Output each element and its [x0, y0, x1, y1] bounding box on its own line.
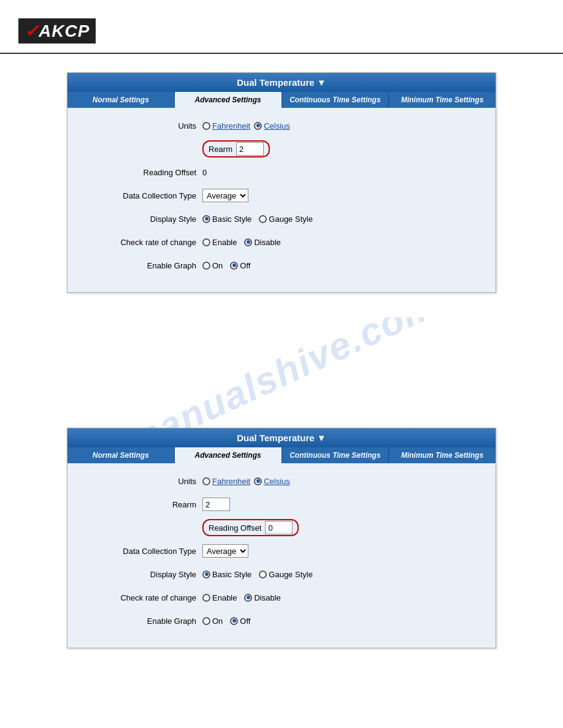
rearm-input-2[interactable] [202, 498, 230, 511]
panel-2: Dual Temperature ▼ Normal Settings Advan… [67, 428, 496, 648]
check-disable-label-2: Disable [254, 593, 280, 602]
graph-on-option-1[interactable]: On [202, 261, 223, 270]
graph-on-option-2[interactable]: On [202, 616, 223, 626]
gauge-style-radio-1[interactable] [259, 215, 267, 223]
check-rate-control-1: Enable Disable [202, 238, 483, 247]
enable-graph-control-2: On Off [202, 616, 483, 626]
enable-graph-control-1: On Off [202, 261, 483, 270]
reading-offset-text-2: Reading Offset [209, 523, 261, 533]
tab-normal-settings-1[interactable]: Normal Settings [67, 92, 175, 108]
units-celsius-option-2[interactable]: Celsius [254, 477, 290, 486]
tab-minimum-time-1[interactable]: Minimum Time Settings [389, 92, 496, 108]
tab-minimum-time-2[interactable]: Minimum Time Settings [389, 447, 496, 463]
gauge-style-radio-2[interactable] [259, 571, 267, 578]
fahrenheit-label-1[interactable]: Fahrenheit [212, 121, 250, 131]
display-style-label-2: Display Style [80, 570, 202, 579]
data-collection-control-2: Average [202, 544, 483, 558]
fahrenheit-label-2[interactable]: Fahrenheit [212, 477, 250, 486]
gauge-style-option-1[interactable]: Gauge Style [259, 214, 313, 224]
units-control-1: Fahrenheit Celsius [202, 121, 483, 131]
enable-graph-row-1: Enable Graph On Off [80, 257, 483, 274]
logo-box: ✓AKCP [18, 18, 96, 44]
reading-offset-value-1: 0 [202, 168, 207, 177]
check-enable-option-1[interactable]: Enable [202, 238, 237, 247]
rearm-control-1: Rearm [202, 140, 483, 157]
check-enable-radio-2[interactable] [202, 594, 210, 602]
units-fahrenheit-option-2[interactable]: Fahrenheit [202, 477, 250, 486]
check-disable-option-2[interactable]: Disable [244, 593, 280, 602]
reading-offset-control-1: 0 [202, 168, 483, 177]
check-disable-radio-2[interactable] [244, 594, 252, 602]
logo-check-icon: ✓ [25, 21, 39, 40]
enable-graph-label-2: Enable Graph [80, 616, 202, 626]
reading-offset-row-2: Reading Offset [80, 519, 483, 536]
display-style-control-2: Basic Style Gauge Style [202, 570, 483, 579]
rearm-input-1[interactable] [236, 142, 264, 156]
logo-text: AKCP [39, 21, 90, 40]
graph-on-radio-1[interactable] [202, 262, 210, 270]
graph-off-radio-2[interactable] [230, 617, 238, 625]
check-rate-label-2: Check rate of change [80, 593, 202, 602]
reading-offset-circled-2: Reading Offset [202, 519, 299, 536]
data-collection-select-1[interactable]: Average [202, 189, 248, 202]
celsius-radio-2[interactable] [254, 477, 262, 485]
rearm-label-2: Rearm [80, 500, 202, 509]
panel-2-title: Dual Temperature ▼ [67, 428, 496, 447]
check-disable-label-1: Disable [254, 238, 280, 247]
graph-off-option-2[interactable]: Off [230, 616, 250, 626]
reading-offset-control-2: Reading Offset [202, 519, 483, 536]
check-enable-label-1: Enable [212, 238, 237, 247]
rearm-circled-1: Rearm [202, 140, 270, 157]
gauge-style-label-1: Gauge Style [269, 214, 313, 224]
fahrenheit-radio-1[interactable] [202, 122, 210, 130]
fahrenheit-radio-2[interactable] [202, 477, 210, 485]
basic-style-label-1: Basic Style [212, 214, 251, 224]
basic-style-option-1[interactable]: Basic Style [202, 214, 251, 224]
logo-area: ✓AKCP [0, 12, 563, 54]
rearm-row-2: Rearm [80, 496, 483, 513]
panel-1-content: Units Fahrenheit Celsius Rearm [67, 108, 496, 292]
celsius-label-2[interactable]: Celsius [264, 477, 290, 486]
reading-offset-input-2[interactable] [265, 521, 293, 534]
units-fahrenheit-option-1[interactable]: Fahrenheit [202, 121, 250, 131]
basic-style-radio-1[interactable] [202, 215, 210, 223]
units-label-1: Units [80, 121, 202, 131]
check-rate-row-1: Check rate of change Enable Disable [80, 233, 483, 251]
data-collection-control-1: Average [202, 189, 483, 202]
check-disable-radio-1[interactable] [244, 238, 252, 246]
units-celsius-option-1[interactable]: Celsius [254, 121, 290, 131]
tab-advanced-settings-2[interactable]: Advanced Settings [175, 447, 282, 463]
graph-off-label-1: Off [240, 261, 250, 270]
display-style-label-1: Display Style [80, 214, 202, 224]
panel-2-content: Units Fahrenheit Celsius Rearm [67, 463, 496, 648]
tab-continuous-time-1[interactable]: Continuous Time Settings [282, 92, 389, 108]
check-rate-row-2: Check rate of change Enable Disable [80, 589, 483, 606]
units-control-2: Fahrenheit Celsius [202, 477, 483, 486]
graph-on-radio-2[interactable] [202, 617, 210, 625]
tab-advanced-settings-1[interactable]: Advanced Settings [175, 92, 282, 108]
basic-style-option-2[interactable]: Basic Style [202, 570, 251, 579]
tab-continuous-time-2[interactable]: Continuous Time Settings [282, 447, 389, 463]
graph-off-radio-1[interactable] [230, 262, 238, 270]
units-row-2: Units Fahrenheit Celsius [80, 472, 483, 490]
gauge-style-option-2[interactable]: Gauge Style [259, 570, 313, 579]
panel-1: Dual Temperature ▼ Normal Settings Advan… [67, 72, 496, 293]
watermark-area: manualshive.com [0, 317, 563, 428]
check-enable-option-2[interactable]: Enable [202, 593, 237, 602]
tab-bar-1: Normal Settings Advanced Settings Contin… [67, 92, 496, 108]
check-disable-option-1[interactable]: Disable [244, 238, 280, 247]
basic-style-radio-2[interactable] [202, 571, 210, 578]
tab-normal-settings-2[interactable]: Normal Settings [67, 447, 175, 463]
gauge-style-label-2: Gauge Style [269, 570, 313, 579]
celsius-label-1[interactable]: Celsius [264, 121, 290, 131]
display-style-row-2: Display Style Basic Style Gauge Style [80, 566, 483, 583]
enable-graph-row-2: Enable Graph On Off [80, 612, 483, 629]
check-enable-radio-1[interactable] [202, 238, 210, 246]
graph-off-label-2: Off [240, 616, 250, 626]
data-collection-label-1: Data Collection Type [80, 191, 202, 200]
celsius-radio-1[interactable] [254, 122, 262, 130]
graph-off-option-1[interactable]: Off [230, 261, 250, 270]
data-collection-row-1: Data Collection Type Average [80, 187, 483, 204]
display-style-control-1: Basic Style Gauge Style [202, 214, 483, 224]
data-collection-select-2[interactable]: Average [202, 544, 248, 558]
